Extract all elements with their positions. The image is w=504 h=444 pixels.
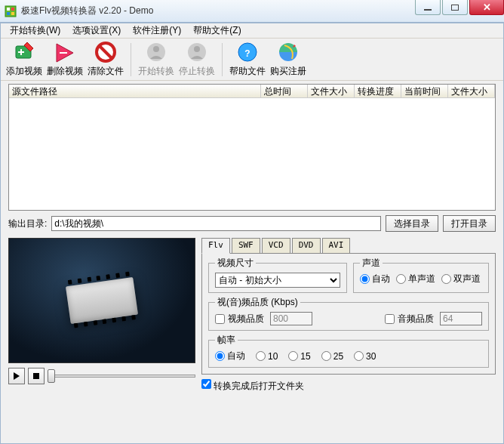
audio-stereo-option[interactable]: 双声道 (441, 273, 481, 285)
tab-dvd[interactable]: DVD (292, 238, 321, 253)
buy-icon (277, 41, 300, 63)
format-tabs: Flv SWF VCD DVD AVI (201, 238, 496, 253)
output-dir-input[interactable] (51, 216, 381, 231)
fps-auto-option[interactable]: 自动 (215, 350, 245, 362)
col-current-time[interactable]: 当前时间 (401, 85, 448, 97)
remove-icon (54, 41, 76, 63)
stop-icon (186, 41, 208, 63)
fps-group: 帧率 自动 10 15 25 30 (208, 334, 489, 368)
fps-10-option[interactable]: 10 (256, 350, 278, 362)
video-preview (8, 238, 195, 363)
app-icon (5, 5, 17, 17)
clear-icon (94, 41, 117, 63)
fps-15-option[interactable]: 15 (288, 350, 310, 362)
file-list[interactable]: 源文件路径 总时间 文件大小 转换进度 当前时间 文件大小 (8, 84, 496, 211)
filmstrip-icon (65, 271, 139, 330)
output-dir-label: 输出目录: (8, 217, 47, 230)
tab-flv[interactable]: Flv (201, 238, 230, 254)
svg-rect-15 (33, 373, 39, 379)
menu-register[interactable]: 软件注册(Y) (127, 23, 187, 39)
seek-slider[interactable] (48, 368, 195, 384)
tab-avi[interactable]: AVI (322, 238, 351, 253)
minimize-button[interactable] (415, 0, 441, 15)
svg-rect-2 (11, 8, 14, 11)
video-quality-input[interactable] (270, 312, 312, 325)
quality-group: 视(音)频品质 (Kbps) 视频品质 音频品质 (208, 296, 489, 331)
col-progress[interactable]: 转换进度 (355, 85, 401, 97)
quality-legend: 视(音)频品质 (Kbps) (215, 296, 300, 309)
titlebar: 极速Flv视频转换器 v2.20 - Demo ✕ (0, 0, 504, 23)
start-icon (145, 41, 167, 63)
fps-legend: 帧率 (215, 334, 238, 347)
close-button[interactable]: ✕ (469, 0, 504, 15)
menu-help[interactable]: 帮助文件(Z) (187, 23, 247, 39)
stop-convert-button[interactable]: 停止转换 (178, 40, 216, 79)
start-convert-button[interactable]: 开始转换 (137, 40, 175, 79)
svg-text:?: ? (244, 48, 250, 59)
video-size-group: 视频尺寸 自动 - 初始大小 (208, 257, 347, 293)
window-title: 极速Flv视频转换器 v2.20 - Demo (21, 5, 413, 17)
col-file-size-2[interactable]: 文件大小 (448, 85, 495, 97)
tab-vcd[interactable]: VCD (262, 238, 290, 253)
svg-rect-1 (7, 8, 10, 11)
svg-rect-4 (11, 12, 14, 15)
player-controls (8, 368, 195, 384)
svg-point-9 (153, 46, 159, 52)
audio-auto-option[interactable]: 自动 (360, 273, 390, 285)
toolbar-separator (222, 43, 223, 76)
video-size-select[interactable]: 自动 - 初始大小 (215, 273, 340, 288)
toolbar: 添加视频 删除视频 清除文件 开始转换 停止转换 ? 帮助文件 购 (1, 39, 503, 81)
fps-30-option[interactable]: 30 (354, 350, 376, 362)
help-icon: ? (236, 41, 259, 63)
add-icon (13, 41, 35, 63)
play-button[interactable] (8, 368, 25, 384)
toolbar-separator (131, 43, 131, 76)
open-after-convert-check[interactable]: 转换完成后打开文件夹 (201, 379, 304, 393)
maximize-button[interactable] (442, 0, 468, 15)
buy-button[interactable]: 购买注册 (269, 40, 307, 79)
video-size-legend: 视频尺寸 (215, 257, 256, 270)
stop-playback-button[interactable] (28, 368, 45, 384)
tab-sheet: 视频尺寸 自动 - 初始大小 声道 自动 单声道 双声道 视(音)频品质 (Kb… (201, 253, 496, 375)
menu-options[interactable]: 选项设置(X) (66, 23, 127, 39)
col-source-path[interactable]: 源文件路径 (9, 85, 261, 97)
audio-legend: 声道 (360, 257, 383, 270)
file-list-header: 源文件路径 总时间 文件大小 转换进度 当前时间 文件大小 (9, 85, 495, 98)
audio-channel-group: 声道 自动 单声道 双声道 (353, 257, 489, 293)
video-quality-check[interactable]: 视频品质 (215, 313, 264, 325)
col-file-size[interactable]: 文件大小 (308, 85, 355, 97)
add-video-button[interactable]: 添加视频 (5, 40, 43, 79)
menubar: 开始转换(W) 选项设置(X) 软件注册(Y) 帮助文件(Z) (1, 23, 503, 39)
col-total-time[interactable]: 总时间 (261, 85, 308, 97)
audio-quality-check[interactable]: 音频品质 (385, 313, 434, 325)
open-dir-button[interactable]: 打开目录 (443, 215, 496, 232)
remove-video-button[interactable]: 删除视频 (46, 40, 84, 79)
tab-swf[interactable]: SWF (232, 238, 260, 253)
svg-rect-3 (7, 12, 10, 15)
output-row: 输出目录: 选择目录 打开目录 (8, 215, 496, 232)
browse-dir-button[interactable]: 选择目录 (386, 215, 438, 232)
svg-point-11 (194, 46, 200, 52)
clear-files-button[interactable]: 清除文件 (87, 40, 124, 79)
audio-mono-option[interactable]: 单声道 (396, 273, 435, 285)
audio-quality-input[interactable] (440, 312, 482, 325)
fps-25-option[interactable]: 25 (321, 350, 343, 362)
help-button[interactable]: ? 帮助文件 (229, 40, 266, 79)
menu-start[interactable]: 开始转换(W) (4, 23, 66, 39)
